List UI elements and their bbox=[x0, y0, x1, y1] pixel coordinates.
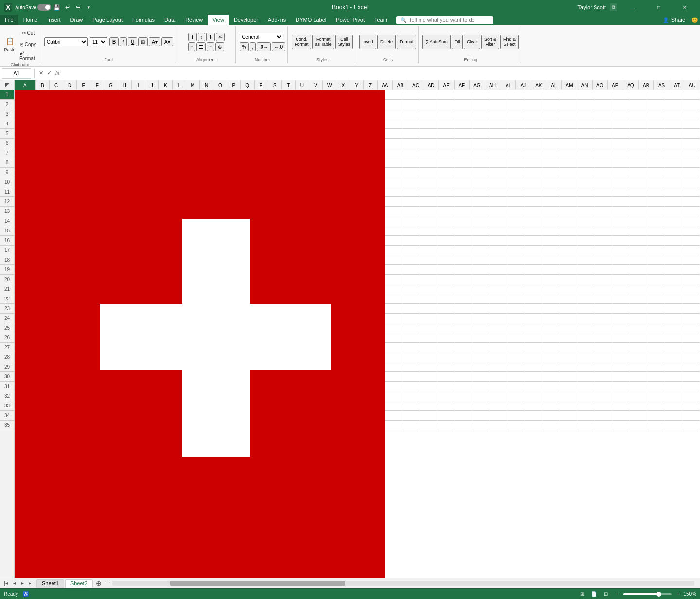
cell[interactable] bbox=[682, 109, 700, 119]
cell[interactable] bbox=[560, 362, 578, 372]
cell[interactable] bbox=[472, 177, 490, 187]
cell[interactable] bbox=[402, 207, 420, 216]
cell[interactable] bbox=[595, 391, 612, 401]
cell[interactable] bbox=[525, 139, 542, 148]
cell[interactable] bbox=[648, 168, 665, 177]
cell[interactable] bbox=[402, 226, 420, 236]
cell[interactable] bbox=[665, 294, 682, 304]
cell[interactable] bbox=[438, 216, 455, 226]
row-num-3[interactable]: 3 bbox=[0, 109, 14, 119]
cell[interactable] bbox=[490, 294, 508, 304]
cell[interactable] bbox=[490, 216, 508, 226]
tab-developer[interactable]: Developer bbox=[229, 15, 263, 25]
cell[interactable] bbox=[455, 352, 472, 362]
cell[interactable] bbox=[402, 382, 420, 391]
cell[interactable] bbox=[402, 352, 420, 362]
cell[interactable] bbox=[508, 421, 525, 430]
cell[interactable] bbox=[630, 90, 648, 100]
cell[interactable] bbox=[438, 284, 455, 294]
cell[interactable] bbox=[542, 284, 560, 294]
cell[interactable] bbox=[665, 148, 682, 158]
page-layout-view-button[interactable]: 📄 bbox=[590, 590, 598, 598]
cell[interactable] bbox=[542, 255, 560, 265]
cell[interactable] bbox=[420, 352, 438, 362]
cell[interactable] bbox=[630, 333, 648, 343]
cell[interactable] bbox=[490, 391, 508, 401]
col-header-AR[interactable]: AR bbox=[639, 80, 654, 90]
cell[interactable] bbox=[472, 265, 490, 275]
cell[interactable] bbox=[612, 148, 630, 158]
cell[interactable] bbox=[438, 100, 455, 109]
cell[interactable] bbox=[402, 177, 420, 187]
cell[interactable] bbox=[385, 100, 402, 109]
tab-team[interactable]: Team bbox=[369, 15, 392, 25]
cell[interactable] bbox=[525, 246, 542, 255]
cell[interactable] bbox=[612, 352, 630, 362]
cell[interactable] bbox=[630, 139, 648, 148]
cell[interactable] bbox=[542, 391, 560, 401]
cell[interactable] bbox=[490, 411, 508, 421]
cell[interactable] bbox=[542, 314, 560, 323]
cell[interactable] bbox=[402, 343, 420, 352]
cell[interactable] bbox=[508, 401, 525, 411]
cell[interactable] bbox=[525, 187, 542, 197]
cell[interactable] bbox=[438, 226, 455, 236]
cell[interactable] bbox=[542, 304, 560, 314]
cell[interactable] bbox=[595, 333, 612, 343]
cell[interactable] bbox=[508, 323, 525, 333]
cell[interactable] bbox=[385, 314, 402, 323]
cell[interactable] bbox=[595, 139, 612, 148]
add-sheet-button[interactable]: ⊕ bbox=[94, 579, 104, 588]
cell[interactable] bbox=[612, 275, 630, 284]
cell[interactable] bbox=[525, 119, 542, 129]
cell[interactable] bbox=[630, 236, 648, 246]
row-num-14[interactable]: 14 bbox=[0, 216, 14, 226]
cell[interactable] bbox=[595, 411, 612, 421]
format-cells-button[interactable]: Format bbox=[397, 35, 417, 49]
row-num-25[interactable]: 25 bbox=[0, 323, 14, 333]
cell[interactable] bbox=[385, 197, 402, 207]
cell[interactable] bbox=[490, 265, 508, 275]
cell[interactable] bbox=[402, 139, 420, 148]
cell[interactable] bbox=[682, 187, 700, 197]
col-header-A[interactable]: A bbox=[15, 80, 36, 90]
col-header-AI[interactable]: AI bbox=[500, 80, 516, 90]
font-family-select[interactable]: Calibri bbox=[44, 37, 88, 46]
cell[interactable] bbox=[682, 119, 700, 129]
cell[interactable] bbox=[490, 139, 508, 148]
cell[interactable] bbox=[542, 333, 560, 343]
cell[interactable] bbox=[385, 187, 402, 197]
cell[interactable] bbox=[578, 255, 595, 265]
cell[interactable] bbox=[560, 100, 578, 109]
cell[interactable] bbox=[402, 275, 420, 284]
col-header-R[interactable]: R bbox=[255, 80, 268, 90]
cell[interactable] bbox=[525, 401, 542, 411]
sort-filter-button[interactable]: Sort &Filter bbox=[481, 35, 499, 49]
col-header-AN[interactable]: AN bbox=[577, 80, 593, 90]
cell[interactable] bbox=[542, 226, 560, 236]
cell[interactable] bbox=[508, 226, 525, 236]
cell[interactable] bbox=[438, 275, 455, 284]
cell[interactable] bbox=[525, 362, 542, 372]
cell[interactable] bbox=[648, 187, 665, 197]
col-header-V[interactable]: V bbox=[309, 80, 323, 90]
cell[interactable] bbox=[472, 362, 490, 372]
cell[interactable] bbox=[612, 236, 630, 246]
cell[interactable] bbox=[420, 382, 438, 391]
cell[interactable] bbox=[438, 207, 455, 216]
row-num-16[interactable]: 16 bbox=[0, 236, 14, 246]
cell[interactable] bbox=[455, 236, 472, 246]
cell[interactable] bbox=[665, 226, 682, 236]
increase-decimal-button[interactable]: .0→ bbox=[257, 42, 270, 51]
cell[interactable] bbox=[455, 90, 472, 100]
cell[interactable] bbox=[385, 343, 402, 352]
cell[interactable] bbox=[420, 158, 438, 168]
row-num-35[interactable]: 35 bbox=[0, 421, 14, 430]
cell[interactable] bbox=[595, 372, 612, 382]
tab-power-pivot[interactable]: Power Pivot bbox=[331, 15, 369, 25]
col-header-K[interactable]: K bbox=[159, 80, 173, 90]
cell[interactable] bbox=[595, 236, 612, 246]
cell[interactable] bbox=[665, 100, 682, 109]
confirm-formula-icon[interactable]: ✓ bbox=[46, 70, 53, 76]
cell[interactable] bbox=[472, 168, 490, 177]
